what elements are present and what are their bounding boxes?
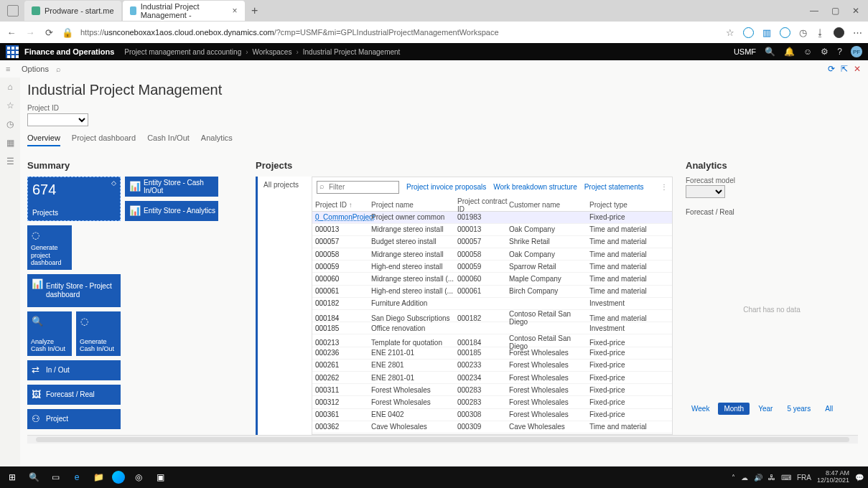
lang-indicator[interactable]: FRA xyxy=(797,474,811,482)
table-row[interactable]: 000013Midrange stereo install000013Oak C… xyxy=(312,224,672,236)
tab-analytics[interactable]: Analytics xyxy=(201,133,233,146)
browser-tab-0[interactable]: Prodware - start.me xyxy=(24,1,121,21)
tile-entity-cash[interactable]: 📊Entity Store - Cash In/Out xyxy=(125,177,218,197)
close-tab-icon[interactable]: × xyxy=(233,6,238,16)
col-contract-id[interactable]: Project contract ID xyxy=(457,197,509,213)
table-row[interactable]: 000362Cave Wholesales000309Cave Wholesal… xyxy=(312,421,672,433)
recent-icon[interactable]: ◷ xyxy=(6,119,14,129)
table-row[interactable]: 000213Template for quotation000184Contos… xyxy=(312,334,672,347)
table-row[interactable]: 0_CommonProjectProject owner common00198… xyxy=(312,212,672,224)
favorite-icon[interactable]: ☆ xyxy=(726,27,734,38)
edge-icon[interactable] xyxy=(112,471,125,484)
minimize-icon[interactable]: — xyxy=(810,6,818,16)
tab-cash-inout[interactable]: Cash In/Out xyxy=(147,133,190,146)
table-row[interactable]: 000312Forest Wholesales000283Forest Whol… xyxy=(312,396,672,408)
table-row[interactable]: 000061High-end stereo install (...000061… xyxy=(312,286,672,298)
tile-es-project[interactable]: 📊Entity Store - Project dashboard xyxy=(27,274,121,307)
period-all[interactable]: All xyxy=(819,403,839,415)
help-icon[interactable]: ? xyxy=(837,47,842,57)
back-button[interactable]: ← xyxy=(6,27,17,38)
tile-inout[interactable]: ⇄In / Out xyxy=(27,360,121,380)
pin-icon[interactable]: ◇ xyxy=(111,179,116,187)
ext-icon[interactable] xyxy=(743,27,754,38)
site-lock-icon[interactable]: 🔒 xyxy=(62,27,73,38)
explorer-icon[interactable]: 📁 xyxy=(90,469,106,485)
search-icon[interactable]: 🔍 xyxy=(26,469,42,485)
breadcrumb-item[interactable]: Industrial Project Management xyxy=(303,48,401,56)
filter-input[interactable] xyxy=(317,181,399,194)
refresh-icon[interactable]: ⟳ xyxy=(828,64,835,74)
volume-icon[interactable]: 🔊 xyxy=(754,474,762,482)
tile-forecast[interactable]: 🖼Forecast / Real xyxy=(27,385,121,405)
tile-entity-analytics[interactable]: 📊Entity Store - Analytics xyxy=(125,201,218,221)
clock[interactable]: 8:47 AM 12/10/2021 xyxy=(817,470,849,484)
tile-analyze-cash[interactable]: 🔍Analyze Cash In/Out xyxy=(27,311,72,356)
sidebar-all-projects[interactable]: All projects xyxy=(258,177,312,193)
new-tab-button[interactable]: + xyxy=(246,4,263,17)
app-launcher-icon[interactable] xyxy=(6,45,19,58)
col-customer[interactable]: Customer name xyxy=(509,201,589,209)
close-icon[interactable]: ✕ xyxy=(854,64,861,74)
refresh-button[interactable]: ⟳ xyxy=(43,27,55,38)
tab-actions-icon[interactable] xyxy=(7,5,19,17)
url-field[interactable]: https://usnconeboxax1aos.cloud.onebox.dy… xyxy=(80,28,719,37)
breadcrumb-item[interactable]: Workspaces xyxy=(253,48,292,56)
table-row[interactable]: 000182Furniture AdditionInvestment xyxy=(312,298,672,310)
bell-icon[interactable]: 🔔 xyxy=(784,47,795,57)
options-button[interactable]: Options xyxy=(22,65,49,73)
hamburger-icon[interactable]: ≡ xyxy=(6,65,10,73)
ie-icon[interactable]: e xyxy=(69,469,85,485)
task-view-icon[interactable]: ▭ xyxy=(47,469,63,485)
module-name[interactable]: Finance and Operations xyxy=(24,47,114,56)
period-month[interactable]: Month xyxy=(718,403,750,415)
table-row[interactable]: 000361ENE 0402000308Forest WholesalesFix… xyxy=(312,409,672,421)
tab-project-dashboard[interactable]: Project dashboard xyxy=(72,133,136,146)
search-icon[interactable]: ⌕ xyxy=(56,65,61,73)
start-button[interactable]: ⊞ xyxy=(4,469,20,485)
breadcrumb-item[interactable]: Project management and accounting xyxy=(124,48,241,56)
table-row[interactable]: 000236ENE 2101-01000185Forest Wholesales… xyxy=(312,347,672,360)
network-icon[interactable]: 🖧 xyxy=(768,474,775,482)
popout-icon[interactable]: ⇱ xyxy=(841,64,848,74)
sync-icon[interactable]: ◷ xyxy=(799,27,807,38)
app-icon[interactable]: ◎ xyxy=(131,469,146,485)
period-year[interactable]: Year xyxy=(752,403,778,415)
table-row[interactable]: 000261ENE 2801000233Forest WholesalesFix… xyxy=(312,360,672,372)
downloads-icon[interactable]: ⭳ xyxy=(816,27,825,38)
col-type[interactable]: Project type xyxy=(589,201,653,209)
forecast-model-select[interactable] xyxy=(686,185,725,198)
tile-gen-dashboard[interactable]: ◌Generate project dashboard xyxy=(27,225,72,270)
more-icon[interactable]: ⋮ xyxy=(661,183,668,191)
tile-project[interactable]: ⚇Project xyxy=(27,409,121,429)
smiley-icon[interactable]: ☺ xyxy=(803,47,812,57)
keyboard-icon[interactable]: ⌨ xyxy=(781,474,791,482)
grid-body[interactable]: 0_CommonProjectProject owner common00198… xyxy=(312,212,672,434)
link-wbs[interactable]: Work breakdown structure xyxy=(493,183,577,191)
avatar[interactable]: PF xyxy=(851,46,862,57)
table-row[interactable]: 000060Midrange stereo install (...000060… xyxy=(312,273,672,285)
search-icon[interactable]: 🔍 xyxy=(765,47,775,57)
home-icon[interactable]: ⌂ xyxy=(7,82,12,92)
close-icon[interactable]: ✕ xyxy=(852,6,859,16)
period-week[interactable]: Week xyxy=(686,403,715,415)
company-picker[interactable]: USMF xyxy=(734,47,756,56)
table-row[interactable]: 000311Forest Wholesales000283Forest Whol… xyxy=(312,384,672,396)
horizontal-scrollbar[interactable] xyxy=(27,435,858,444)
tray-chevron-icon[interactable]: ˄ xyxy=(732,474,735,482)
app-icon[interactable]: ▣ xyxy=(152,469,168,485)
table-row[interactable]: 000363ENE test invoice000310Forest Whole… xyxy=(312,433,672,434)
workspaces-icon[interactable]: ▦ xyxy=(6,138,14,148)
collections-icon[interactable]: ▥ xyxy=(762,27,771,38)
notifications-icon[interactable]: 💬 xyxy=(855,474,864,482)
table-row[interactable]: 000185Office renovationInvestment xyxy=(312,322,672,334)
tile-projects-count[interactable]: 674 Projects ◇ xyxy=(27,177,121,221)
gear-icon[interactable]: ⚙ xyxy=(821,47,829,57)
link-statements[interactable]: Project statements xyxy=(584,183,644,191)
link-invoice-proposals[interactable]: Project invoice proposals xyxy=(406,183,486,191)
table-row[interactable]: 000058Midrange stereo install000058Oak C… xyxy=(312,248,672,261)
browser-tab-1[interactable]: Industrial Project Management - × xyxy=(123,1,245,21)
col-project-id[interactable]: Project ID xyxy=(315,201,371,209)
forward-button[interactable]: → xyxy=(24,27,36,38)
onedrive-icon[interactable]: ☁ xyxy=(741,474,748,482)
table-row[interactable]: 000059High-end stereo install000059Sparr… xyxy=(312,261,672,273)
